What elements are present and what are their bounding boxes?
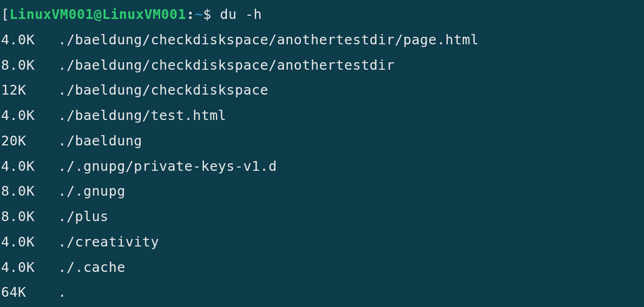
path-value: ./baeldung: [58, 133, 142, 149]
prompt-cwd: ~: [195, 6, 203, 22]
size-value: 4.0K: [1, 103, 58, 129]
output-line: 4.0K./.cache: [1, 255, 643, 281]
size-value: 4.0K: [1, 154, 58, 179]
output-line: 4.0K./baeldung/checkdiskspace/anothertes…: [1, 28, 643, 53]
output-line: 8.0K./baeldung/checkdiskspace/anothertes…: [1, 53, 643, 78]
output-container: 4.0K./baeldung/checkdiskspace/anothertes…: [1, 28, 643, 305]
prompt-bracket: [: [1, 6, 10, 22]
path-value: .: [58, 284, 67, 300]
output-line: 8.0K./.gnupg: [1, 179, 643, 204]
size-value: 64K: [1, 280, 58, 305]
output-line: 20K./baeldung: [1, 129, 643, 154]
path-value: ./baeldung/checkdiskspace/anothertestdir…: [58, 32, 479, 48]
size-value: 8.0K: [1, 53, 58, 78]
size-value: 20K: [1, 129, 58, 154]
size-value: 8.0K: [1, 204, 58, 230]
path-value: ./.gnupg: [58, 183, 125, 199]
output-line: 8.0K./plus: [1, 204, 643, 230]
output-line: 64K.: [1, 280, 643, 305]
output-line: 4.0K./baeldung/test.html: [1, 103, 643, 129]
path-value: ./plus: [58, 209, 108, 224]
command-text: du -h: [220, 6, 262, 22]
prompt-colon: :: [186, 6, 195, 22]
size-value: 8.0K: [1, 179, 58, 204]
size-value: 4.0K: [1, 230, 58, 255]
path-value: ./.gnupg/private-keys-v1.d: [58, 158, 277, 174]
prompt-dollar: $: [203, 6, 220, 22]
output-line: 4.0K./.gnupg/private-keys-v1.d: [1, 154, 643, 179]
size-value: 4.0K: [1, 255, 58, 281]
output-line: 4.0K./creativity: [1, 230, 643, 255]
prompt-user-host: LinuxVM001@LinuxVM001: [10, 6, 187, 22]
size-value: 12K: [1, 78, 58, 103]
path-value: ./baeldung/test.html: [58, 108, 226, 123]
path-value: ./baeldung/checkdiskspace/anothertestdir: [58, 57, 395, 73]
path-value: ./creativity: [58, 234, 159, 250]
path-value: ./.cache: [58, 259, 125, 275]
output-line: 12K./baeldung/checkdiskspace: [1, 78, 643, 103]
prompt-line[interactable]: [LinuxVM001@LinuxVM001:~$ du -h: [1, 2, 643, 28]
size-value: 4.0K: [1, 28, 58, 53]
path-value: ./baeldung/checkdiskspace: [58, 82, 268, 98]
